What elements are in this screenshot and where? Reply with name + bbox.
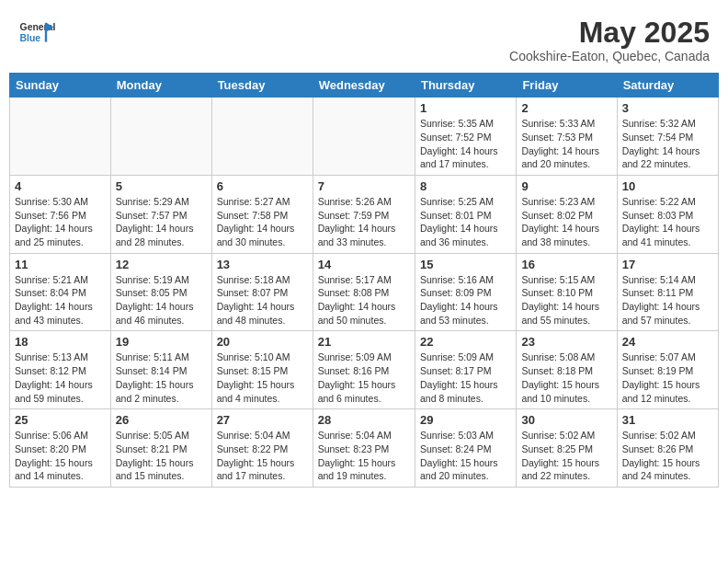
day-info: Sunrise: 5:07 AMSunset: 8:19 PMDaylight:… — [622, 350, 713, 405]
day-number: 8 — [420, 179, 511, 193]
logo: General Blue — [18, 17, 55, 50]
calendar-table: SundayMondayTuesdayWednesdayThursdayFrid… — [9, 73, 719, 488]
calendar-cell: 12Sunrise: 5:19 AMSunset: 8:05 PMDayligh… — [110, 253, 211, 331]
calendar-cell: 29Sunrise: 5:03 AMSunset: 8:24 PMDayligh… — [415, 409, 516, 488]
day-number: 20 — [217, 335, 308, 349]
day-number: 12 — [116, 258, 207, 271]
day-number: 9 — [521, 179, 611, 193]
calendar-cell: 15Sunrise: 5:16 AMSunset: 8:09 PMDayligh… — [415, 253, 516, 331]
weekday-header-wednesday: Wednesday — [313, 74, 415, 98]
week-row-5: 25Sunrise: 5:06 AMSunset: 8:20 PMDayligh… — [10, 409, 719, 488]
day-number: 29 — [420, 413, 511, 427]
day-number: 31 — [622, 413, 713, 427]
weekday-header-friday: Friday — [517, 74, 617, 98]
calendar-cell: 8Sunrise: 5:25 AMSunset: 8:01 PMDaylight… — [415, 175, 516, 253]
page-header: General Blue May 2025 Cookshire-Eaton, Q… — [9, 9, 719, 67]
calendar-cell: 20Sunrise: 5:10 AMSunset: 8:15 PMDayligh… — [211, 331, 313, 409]
svg-rect-3 — [45, 23, 47, 42]
day-number: 27 — [217, 413, 308, 427]
day-info: Sunrise: 5:11 AMSunset: 8:14 PMDaylight:… — [116, 350, 207, 405]
day-info: Sunrise: 5:09 AMSunset: 8:17 PMDaylight:… — [420, 350, 511, 405]
day-info: Sunrise: 5:27 AMSunset: 7:58 PMDaylight:… — [217, 195, 308, 249]
calendar-cell: 7Sunrise: 5:26 AMSunset: 7:59 PMDaylight… — [313, 175, 415, 253]
day-info: Sunrise: 5:02 AMSunset: 8:26 PMDaylight:… — [622, 429, 713, 483]
day-info: Sunrise: 5:19 AMSunset: 8:05 PMDaylight:… — [116, 273, 207, 327]
day-info: Sunrise: 5:04 AMSunset: 8:23 PMDaylight:… — [318, 429, 410, 483]
day-number: 16 — [521, 258, 611, 271]
day-info: Sunrise: 5:08 AMSunset: 8:18 PMDaylight:… — [521, 350, 611, 405]
day-info: Sunrise: 5:21 AMSunset: 8:04 PMDaylight:… — [15, 273, 106, 327]
day-info: Sunrise: 5:18 AMSunset: 8:07 PMDaylight:… — [217, 273, 308, 327]
calendar-cell: 24Sunrise: 5:07 AMSunset: 8:19 PMDayligh… — [617, 331, 718, 409]
day-number: 22 — [420, 335, 511, 349]
day-info: Sunrise: 5:29 AMSunset: 7:57 PMDaylight:… — [116, 195, 207, 249]
week-row-1: 1Sunrise: 5:35 AMSunset: 7:52 PMDaylight… — [10, 98, 719, 176]
day-number: 25 — [15, 413, 106, 427]
day-info: Sunrise: 5:05 AMSunset: 8:21 PMDaylight:… — [116, 429, 207, 483]
day-number: 28 — [318, 413, 410, 427]
day-number: 2 — [521, 101, 611, 115]
day-number: 18 — [15, 335, 106, 349]
day-number: 26 — [116, 413, 207, 427]
day-info: Sunrise: 5:02 AMSunset: 8:25 PMDaylight:… — [521, 429, 611, 483]
calendar-cell — [110, 98, 211, 176]
calendar-cell: 1Sunrise: 5:35 AMSunset: 7:52 PMDaylight… — [415, 98, 516, 176]
day-info: Sunrise: 5:09 AMSunset: 8:16 PMDaylight:… — [318, 350, 410, 405]
day-number: 3 — [622, 101, 713, 115]
week-row-3: 11Sunrise: 5:21 AMSunset: 8:04 PMDayligh… — [10, 253, 719, 331]
day-info: Sunrise: 5:10 AMSunset: 8:15 PMDaylight:… — [217, 350, 308, 405]
calendar-cell: 22Sunrise: 5:09 AMSunset: 8:17 PMDayligh… — [415, 331, 516, 409]
week-row-4: 18Sunrise: 5:13 AMSunset: 8:12 PMDayligh… — [10, 331, 719, 409]
day-info: Sunrise: 5:35 AMSunset: 7:52 PMDaylight:… — [420, 117, 511, 171]
calendar-cell: 23Sunrise: 5:08 AMSunset: 8:18 PMDayligh… — [517, 331, 617, 409]
day-info: Sunrise: 5:25 AMSunset: 8:01 PMDaylight:… — [420, 195, 511, 249]
calendar-cell: 31Sunrise: 5:02 AMSunset: 8:26 PMDayligh… — [617, 409, 718, 488]
location: Cookshire-Eaton, Quebec, Canada — [509, 49, 710, 63]
calendar-cell: 19Sunrise: 5:11 AMSunset: 8:14 PMDayligh… — [110, 331, 211, 409]
calendar-cell: 27Sunrise: 5:04 AMSunset: 8:22 PMDayligh… — [211, 409, 313, 488]
calendar-cell: 14Sunrise: 5:17 AMSunset: 8:08 PMDayligh… — [313, 253, 415, 331]
calendar-cell: 3Sunrise: 5:32 AMSunset: 7:54 PMDaylight… — [617, 98, 718, 176]
day-number: 5 — [116, 179, 207, 193]
day-info: Sunrise: 5:23 AMSunset: 8:02 PMDaylight:… — [521, 195, 611, 249]
calendar-cell: 25Sunrise: 5:06 AMSunset: 8:20 PMDayligh… — [10, 409, 111, 488]
day-info: Sunrise: 5:13 AMSunset: 8:12 PMDaylight:… — [15, 350, 106, 405]
day-info: Sunrise: 5:14 AMSunset: 8:11 PMDaylight:… — [622, 273, 713, 327]
weekday-header-saturday: Saturday — [617, 74, 718, 98]
day-number: 13 — [217, 258, 308, 271]
day-number: 10 — [622, 179, 713, 193]
calendar-cell: 17Sunrise: 5:14 AMSunset: 8:11 PMDayligh… — [617, 253, 718, 331]
day-number: 14 — [318, 258, 410, 271]
day-info: Sunrise: 5:33 AMSunset: 7:53 PMDaylight:… — [521, 117, 611, 171]
weekday-header-row: SundayMondayTuesdayWednesdayThursdayFrid… — [10, 74, 719, 98]
weekday-header-tuesday: Tuesday — [211, 74, 313, 98]
weekday-header-monday: Monday — [110, 74, 211, 98]
day-number: 6 — [217, 179, 308, 193]
calendar-cell: 11Sunrise: 5:21 AMSunset: 8:04 PMDayligh… — [10, 253, 111, 331]
calendar-cell — [313, 98, 415, 176]
day-info: Sunrise: 5:26 AMSunset: 7:59 PMDaylight:… — [318, 195, 410, 249]
day-number: 30 — [521, 413, 611, 427]
day-number: 19 — [116, 335, 207, 349]
svg-text:Blue: Blue — [20, 33, 41, 43]
day-info: Sunrise: 5:30 AMSunset: 7:56 PMDaylight:… — [15, 195, 106, 249]
day-info: Sunrise: 5:15 AMSunset: 8:10 PMDaylight:… — [521, 273, 611, 327]
calendar-cell: 5Sunrise: 5:29 AMSunset: 7:57 PMDaylight… — [110, 175, 211, 253]
calendar-cell: 13Sunrise: 5:18 AMSunset: 8:07 PMDayligh… — [211, 253, 313, 331]
calendar-cell: 9Sunrise: 5:23 AMSunset: 8:02 PMDaylight… — [517, 175, 617, 253]
calendar-cell: 16Sunrise: 5:15 AMSunset: 8:10 PMDayligh… — [517, 253, 617, 331]
day-number: 17 — [622, 258, 713, 271]
logo-svg: General Blue — [18, 17, 55, 50]
day-number: 23 — [521, 335, 611, 349]
calendar-cell: 26Sunrise: 5:05 AMSunset: 8:21 PMDayligh… — [110, 409, 211, 488]
calendar-cell: 18Sunrise: 5:13 AMSunset: 8:12 PMDayligh… — [10, 331, 111, 409]
calendar-cell: 30Sunrise: 5:02 AMSunset: 8:25 PMDayligh… — [517, 409, 617, 488]
calendar-cell: 10Sunrise: 5:22 AMSunset: 8:03 PMDayligh… — [617, 175, 718, 253]
weekday-header-sunday: Sunday — [10, 74, 111, 98]
day-info: Sunrise: 5:17 AMSunset: 8:08 PMDaylight:… — [318, 273, 410, 327]
day-info: Sunrise: 5:03 AMSunset: 8:24 PMDaylight:… — [420, 429, 511, 483]
day-number: 11 — [15, 258, 106, 271]
month-title: May 2025 — [509, 17, 710, 49]
calendar-cell — [10, 98, 111, 176]
day-info: Sunrise: 5:32 AMSunset: 7:54 PMDaylight:… — [622, 117, 713, 171]
